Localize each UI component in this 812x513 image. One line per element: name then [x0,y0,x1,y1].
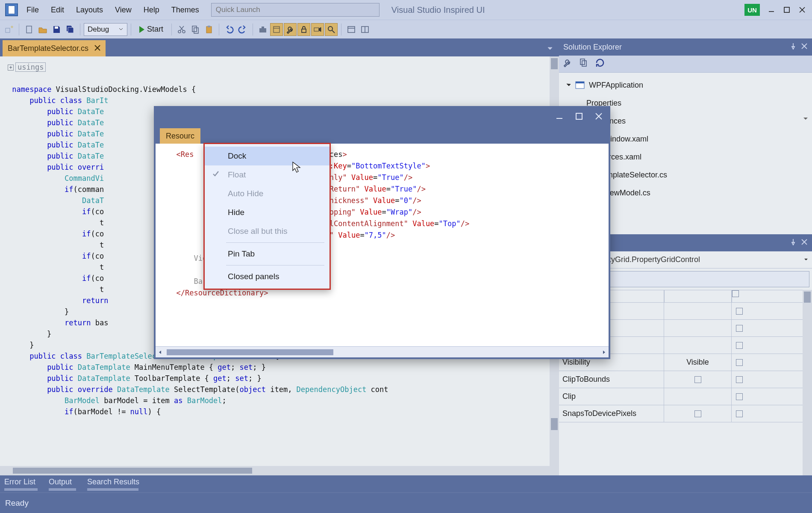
property-marker[interactable] [732,303,747,319]
tool-window-icon-1[interactable] [270,23,283,36]
floating-document-tab[interactable]: Resourc [160,128,200,144]
main-menu: File Edit Layouts View Help Themes [21,0,205,20]
tree-overflow-icon[interactable] [803,115,809,124]
ctx-hide[interactable]: Hide [205,203,330,222]
property-value[interactable]: Visible [664,354,732,371]
refresh-icon[interactable] [595,58,605,70]
svg-rect-25 [348,27,355,32]
add-item-icon[interactable] [3,23,15,36]
copy-icon[interactable] [189,23,202,36]
svg-rect-1 [784,7,789,12]
status-text: Ready [5,498,29,508]
save-icon[interactable] [50,23,63,36]
solution-explorer-toolbar [559,56,812,73]
svg-rect-15 [206,27,212,33]
undo-icon[interactable] [223,23,235,36]
solution-explorer-header[interactable]: Solution Explorer [559,38,812,56]
property-marker[interactable] [732,337,747,354]
tab-search-results[interactable]: Search Results [87,478,139,491]
property-value[interactable] [664,388,732,405]
close-panel-icon[interactable] [801,43,808,52]
tab-output[interactable]: Output [49,478,76,491]
floating-horizontal-scrollbar[interactable] [156,346,609,357]
minimize-icon[interactable] [556,112,563,122]
floating-tab-label: Resourc [166,132,194,141]
menu-help[interactable]: Help [138,0,165,20]
property-value[interactable] [664,303,732,319]
property-value[interactable] [664,405,732,422]
video-icon[interactable] [311,23,324,36]
cut-icon[interactable] [175,23,188,36]
menu-view[interactable]: View [109,0,138,20]
config-combo[interactable]: Debug [84,23,127,36]
chevron-down-icon [118,25,124,34]
save-all-icon[interactable] [64,23,76,36]
checkbox-icon[interactable] [694,376,701,383]
property-value[interactable] [664,337,732,354]
property-marker[interactable] [732,354,747,371]
tab-error-list[interactable]: Error List [4,478,38,491]
property-row[interactable]: ClipToBounds [559,371,812,388]
document-tab-active[interactable]: BarTemplateSelector.cs [3,40,106,56]
property-value[interactable] [664,320,732,336]
layout-icon-2[interactable] [359,23,371,36]
svg-rect-16 [208,26,210,27]
layout-icon-1[interactable] [345,23,358,36]
horizontal-scrollbar[interactable] [0,466,559,475]
scroll-right-icon[interactable] [599,350,609,354]
floating-window-titlebar[interactable] [156,108,609,127]
property-marker[interactable] [732,320,747,336]
ctx-pin-tab[interactable]: Pin Tab [205,245,330,263]
maximize-icon[interactable] [575,112,583,122]
property-marker[interactable] [732,405,747,422]
start-button[interactable]: Start [135,23,168,36]
menu-layouts[interactable]: Layouts [70,0,109,20]
pin-icon[interactable] [790,43,797,52]
new-file-icon[interactable] [23,23,35,36]
property-grid-scrollbar[interactable] [803,290,812,475]
svg-rect-21 [302,29,306,32]
svg-rect-19 [274,27,279,32]
redo-icon[interactable] [236,23,249,36]
search-tool-icon[interactable] [325,23,338,36]
property-value[interactable] [664,371,732,388]
maximize-icon[interactable] [783,6,791,14]
menu-file[interactable]: File [21,0,45,20]
property-name: SnapsToDevicePixels [559,405,664,422]
paste-icon[interactable] [203,23,215,36]
menu-edit[interactable]: Edit [45,0,70,20]
svg-rect-40 [576,113,582,119]
menu-themes[interactable]: Themes [165,0,205,20]
quick-launch-input[interactable] [211,3,380,17]
property-row[interactable]: Clip [559,388,812,405]
properties-tool-icon[interactable] [562,58,573,70]
show-all-files-icon[interactable] [579,58,589,70]
lock-icon[interactable] [297,23,310,36]
tab-overflow-icon[interactable] [547,44,553,53]
wrench-icon[interactable] [284,23,297,36]
close-panel-icon[interactable] [801,239,808,248]
window-title: Visual Studio Inspired UI [391,5,485,15]
property-marker[interactable] [732,371,747,388]
pin-icon[interactable] [790,239,797,248]
main-toolbar: Debug Start [0,20,812,38]
scroll-left-icon[interactable] [156,350,165,354]
close-icon[interactable] [798,6,806,14]
close-icon[interactable] [595,112,603,122]
user-badge[interactable]: UN [744,4,760,16]
close-tab-icon[interactable] [94,44,100,53]
ctx-closed-panels[interactable]: Closed panels [205,267,330,286]
tree-root[interactable]: WPFApplication [566,76,812,94]
minimize-icon[interactable] [768,6,775,14]
header-marker-icon [732,290,739,297]
expand-icon[interactable] [566,81,571,90]
ctx-dock[interactable]: Dock [205,147,330,165]
open-folder-icon[interactable] [36,23,49,36]
tree-root-label: WPFApplication [589,81,643,90]
property-row[interactable]: SnapsToDevicePixels [559,405,812,422]
checkbox-icon[interactable] [694,410,701,417]
title-bar: File Edit Layouts View Help Themes Visua… [0,0,812,20]
svg-rect-14 [194,28,198,33]
property-marker[interactable] [732,388,747,405]
toolbox-icon[interactable] [256,23,269,36]
